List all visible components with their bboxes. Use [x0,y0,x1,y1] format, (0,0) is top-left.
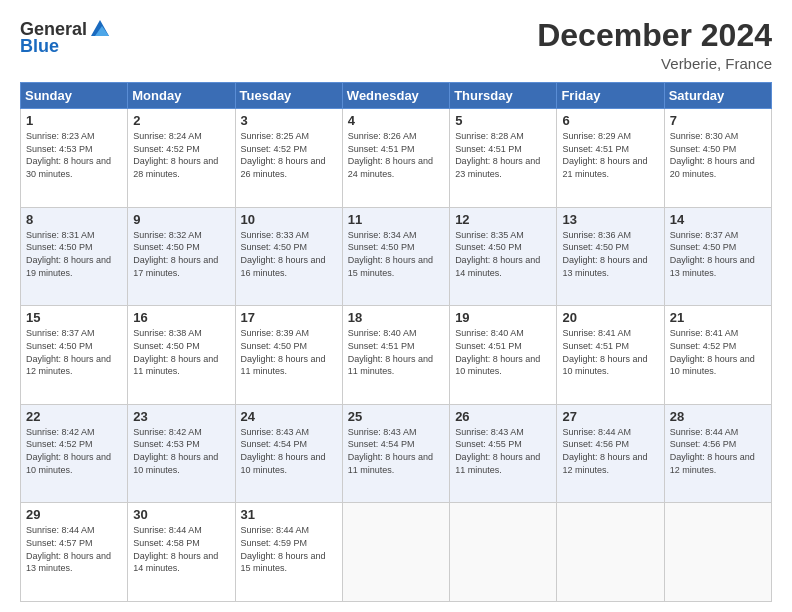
day-info: Sunrise: 8:41 AMSunset: 4:51 PMDaylight:… [562,328,647,376]
calendar-week-row: 29 Sunrise: 8:44 AMSunset: 4:57 PMDaylig… [21,503,772,602]
day-info: Sunrise: 8:38 AMSunset: 4:50 PMDaylight:… [133,328,218,376]
day-info: Sunrise: 8:41 AMSunset: 4:52 PMDaylight:… [670,328,755,376]
table-row: 31 Sunrise: 8:44 AMSunset: 4:59 PMDaylig… [235,503,342,602]
table-row [557,503,664,602]
calendar-week-row: 15 Sunrise: 8:37 AMSunset: 4:50 PMDaylig… [21,306,772,405]
day-info: Sunrise: 8:35 AMSunset: 4:50 PMDaylight:… [455,230,540,278]
day-number: 6 [562,113,658,128]
day-number: 23 [133,409,229,424]
day-number: 11 [348,212,444,227]
calendar-header-row: Sunday Monday Tuesday Wednesday Thursday… [21,83,772,109]
table-row: 14 Sunrise: 8:37 AMSunset: 4:50 PMDaylig… [664,207,771,306]
table-row: 20 Sunrise: 8:41 AMSunset: 4:51 PMDaylig… [557,306,664,405]
day-number: 2 [133,113,229,128]
table-row: 22 Sunrise: 8:42 AMSunset: 4:52 PMDaylig… [21,404,128,503]
col-thursday: Thursday [450,83,557,109]
calendar-table: Sunday Monday Tuesday Wednesday Thursday… [20,82,772,602]
calendar-week-row: 22 Sunrise: 8:42 AMSunset: 4:52 PMDaylig… [21,404,772,503]
day-info: Sunrise: 8:39 AMSunset: 4:50 PMDaylight:… [241,328,326,376]
day-number: 28 [670,409,766,424]
title-area: December 2024 Verberie, France [537,18,772,72]
day-number: 19 [455,310,551,325]
table-row: 28 Sunrise: 8:44 AMSunset: 4:56 PMDaylig… [664,404,771,503]
day-info: Sunrise: 8:26 AMSunset: 4:51 PMDaylight:… [348,131,433,179]
table-row: 25 Sunrise: 8:43 AMSunset: 4:54 PMDaylig… [342,404,449,503]
day-info: Sunrise: 8:25 AMSunset: 4:52 PMDaylight:… [241,131,326,179]
day-info: Sunrise: 8:30 AMSunset: 4:50 PMDaylight:… [670,131,755,179]
table-row: 11 Sunrise: 8:34 AMSunset: 4:50 PMDaylig… [342,207,449,306]
day-number: 4 [348,113,444,128]
day-number: 14 [670,212,766,227]
table-row: 29 Sunrise: 8:44 AMSunset: 4:57 PMDaylig… [21,503,128,602]
day-info: Sunrise: 8:43 AMSunset: 4:55 PMDaylight:… [455,427,540,475]
table-row: 30 Sunrise: 8:44 AMSunset: 4:58 PMDaylig… [128,503,235,602]
location: Verberie, France [537,55,772,72]
day-number: 1 [26,113,122,128]
day-info: Sunrise: 8:44 AMSunset: 4:58 PMDaylight:… [133,525,218,573]
calendar-week-row: 8 Sunrise: 8:31 AMSunset: 4:50 PMDayligh… [21,207,772,306]
table-row: 2 Sunrise: 8:24 AMSunset: 4:52 PMDayligh… [128,109,235,208]
day-number: 3 [241,113,337,128]
day-info: Sunrise: 8:43 AMSunset: 4:54 PMDaylight:… [241,427,326,475]
day-info: Sunrise: 8:34 AMSunset: 4:50 PMDaylight:… [348,230,433,278]
day-info: Sunrise: 8:42 AMSunset: 4:53 PMDaylight:… [133,427,218,475]
table-row: 1 Sunrise: 8:23 AMSunset: 4:53 PMDayligh… [21,109,128,208]
table-row: 17 Sunrise: 8:39 AMSunset: 4:50 PMDaylig… [235,306,342,405]
table-row: 21 Sunrise: 8:41 AMSunset: 4:52 PMDaylig… [664,306,771,405]
day-info: Sunrise: 8:32 AMSunset: 4:50 PMDaylight:… [133,230,218,278]
day-number: 26 [455,409,551,424]
day-number: 8 [26,212,122,227]
table-row: 9 Sunrise: 8:32 AMSunset: 4:50 PMDayligh… [128,207,235,306]
table-row: 24 Sunrise: 8:43 AMSunset: 4:54 PMDaylig… [235,404,342,503]
table-row: 15 Sunrise: 8:37 AMSunset: 4:50 PMDaylig… [21,306,128,405]
col-saturday: Saturday [664,83,771,109]
table-row: 10 Sunrise: 8:33 AMSunset: 4:50 PMDaylig… [235,207,342,306]
day-info: Sunrise: 8:28 AMSunset: 4:51 PMDaylight:… [455,131,540,179]
day-number: 25 [348,409,444,424]
day-number: 30 [133,507,229,522]
table-row: 26 Sunrise: 8:43 AMSunset: 4:55 PMDaylig… [450,404,557,503]
table-row: 7 Sunrise: 8:30 AMSunset: 4:50 PMDayligh… [664,109,771,208]
day-info: Sunrise: 8:33 AMSunset: 4:50 PMDaylight:… [241,230,326,278]
day-info: Sunrise: 8:43 AMSunset: 4:54 PMDaylight:… [348,427,433,475]
day-number: 10 [241,212,337,227]
table-row: 27 Sunrise: 8:44 AMSunset: 4:56 PMDaylig… [557,404,664,503]
day-info: Sunrise: 8:29 AMSunset: 4:51 PMDaylight:… [562,131,647,179]
day-info: Sunrise: 8:44 AMSunset: 4:59 PMDaylight:… [241,525,326,573]
day-number: 22 [26,409,122,424]
table-row [342,503,449,602]
col-friday: Friday [557,83,664,109]
day-info: Sunrise: 8:37 AMSunset: 4:50 PMDaylight:… [670,230,755,278]
table-row: 8 Sunrise: 8:31 AMSunset: 4:50 PMDayligh… [21,207,128,306]
day-info: Sunrise: 8:37 AMSunset: 4:50 PMDaylight:… [26,328,111,376]
day-number: 12 [455,212,551,227]
calendar-week-row: 1 Sunrise: 8:23 AMSunset: 4:53 PMDayligh… [21,109,772,208]
day-info: Sunrise: 8:42 AMSunset: 4:52 PMDaylight:… [26,427,111,475]
col-wednesday: Wednesday [342,83,449,109]
day-number: 24 [241,409,337,424]
day-info: Sunrise: 8:24 AMSunset: 4:52 PMDaylight:… [133,131,218,179]
day-info: Sunrise: 8:23 AMSunset: 4:53 PMDaylight:… [26,131,111,179]
table-row [664,503,771,602]
day-number: 29 [26,507,122,522]
table-row: 18 Sunrise: 8:40 AMSunset: 4:51 PMDaylig… [342,306,449,405]
day-number: 16 [133,310,229,325]
day-info: Sunrise: 8:31 AMSunset: 4:50 PMDaylight:… [26,230,111,278]
day-number: 21 [670,310,766,325]
table-row: 4 Sunrise: 8:26 AMSunset: 4:51 PMDayligh… [342,109,449,208]
table-row: 5 Sunrise: 8:28 AMSunset: 4:51 PMDayligh… [450,109,557,208]
day-number: 9 [133,212,229,227]
col-tuesday: Tuesday [235,83,342,109]
day-info: Sunrise: 8:44 AMSunset: 4:57 PMDaylight:… [26,525,111,573]
table-row: 16 Sunrise: 8:38 AMSunset: 4:50 PMDaylig… [128,306,235,405]
logo-blue: Blue [20,36,59,56]
table-row: 12 Sunrise: 8:35 AMSunset: 4:50 PMDaylig… [450,207,557,306]
day-info: Sunrise: 8:36 AMSunset: 4:50 PMDaylight:… [562,230,647,278]
day-info: Sunrise: 8:40 AMSunset: 4:51 PMDaylight:… [348,328,433,376]
day-number: 18 [348,310,444,325]
calendar-page: General Blue December 2024 Verberie, Fra… [0,0,792,612]
day-info: Sunrise: 8:40 AMSunset: 4:51 PMDaylight:… [455,328,540,376]
day-number: 27 [562,409,658,424]
page-header: General Blue December 2024 Verberie, Fra… [20,18,772,72]
day-info: Sunrise: 8:44 AMSunset: 4:56 PMDaylight:… [562,427,647,475]
